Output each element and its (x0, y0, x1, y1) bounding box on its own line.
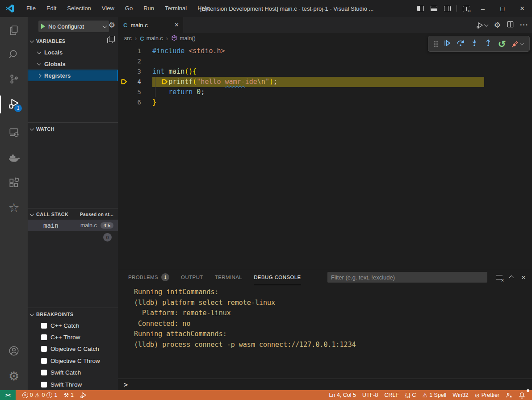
step-into-icon[interactable] (470, 39, 478, 49)
clear-console-icon[interactable] (496, 275, 503, 280)
minimize-button[interactable]: – (473, 0, 493, 17)
gutter-glyph-margin[interactable] (118, 97, 130, 108)
breakpoint-row[interactable]: Objective C Throw (28, 355, 118, 367)
gutter-glyph-margin[interactable] (118, 46, 130, 56)
disconnect-icon[interactable] (511, 40, 524, 48)
spell-checker-status[interactable]: ⚠ 1 Spell (419, 390, 449, 400)
favorites-star-icon[interactable]: ☆ (8, 202, 20, 214)
close-tab-icon[interactable]: × (175, 21, 179, 29)
close-button[interactable]: × (512, 0, 532, 17)
step-over-icon[interactable] (457, 39, 465, 49)
breadcrumb-folder[interactable]: src (124, 35, 132, 42)
maximize-panel-icon[interactable] (509, 275, 514, 280)
start-debug-icon[interactable] (41, 24, 45, 29)
code-line[interactable]: 6} (118, 97, 532, 108)
menu-item-view[interactable]: View (96, 0, 120, 17)
remote-explorer-icon[interactable] (8, 126, 20, 138)
breakpoint-row[interactable]: Swift Catch (28, 367, 118, 379)
gutter-glyph-margin[interactable] (118, 87, 130, 97)
code-line[interactable]: 3int main(){ (118, 67, 532, 77)
debug-settings-gear-icon[interactable]: ⚙ (109, 21, 115, 29)
watch-section-header[interactable]: WATCH (28, 124, 118, 134)
checkbox-unchecked[interactable] (41, 370, 47, 375)
variables-item-locals[interactable]: Locals (28, 46, 118, 58)
build-target[interactable]: Win32 (449, 390, 471, 400)
more-actions-icon[interactable]: ··· (520, 21, 528, 29)
feedback-icon[interactable] (503, 390, 515, 400)
menu-item-edit[interactable]: Edit (41, 0, 62, 17)
panel-tab-output[interactable]: OUTPUT (181, 269, 203, 285)
breadcrumb-file[interactable]: main.c (147, 35, 163, 42)
remote-indicator[interactable]: >< (0, 390, 16, 400)
panel-tab-problems[interactable]: PROBLEMS1 (128, 269, 169, 285)
tab-main-c[interactable]: C main.c × (118, 17, 183, 33)
split-editor-icon[interactable] (507, 21, 514, 29)
extensions-icon[interactable] (8, 177, 20, 189)
source-control-icon[interactable] (8, 73, 20, 85)
drag-handle-icon[interactable] (434, 41, 438, 47)
stack-frame-row[interactable]: main main.c 4:5 (28, 220, 118, 231)
search-icon[interactable] (8, 48, 20, 61)
close-panel-icon[interactable]: × (521, 274, 526, 281)
encoding-indicator[interactable]: UTF-8 (359, 390, 381, 400)
continue-icon[interactable] (444, 39, 451, 49)
code-line[interactable]: 5 return 0; (118, 87, 532, 97)
menu-item-run[interactable]: Run (138, 0, 159, 17)
checkbox-unchecked[interactable] (41, 346, 47, 352)
breadcrumb-symbol[interactable]: main() (180, 35, 195, 42)
breakpoint-row[interactable]: Objective C Catch (28, 343, 118, 355)
tools-status[interactable]: ⚒ 1 (60, 390, 77, 400)
checkbox-unchecked[interactable] (41, 358, 47, 364)
variables-item-globals[interactable]: Globals (28, 58, 118, 70)
toggle-sidebar-icon[interactable] (414, 0, 427, 17)
explorer-icon[interactable] (8, 24, 20, 37)
customize-layout-icon[interactable] (460, 0, 473, 17)
checkbox-unchecked[interactable] (41, 323, 47, 329)
breakpoint-row[interactable]: C++ Catch (28, 320, 118, 331)
debug-console-output: Running initCommands:(lldb) platform sel… (134, 287, 356, 350)
maximize-button[interactable]: ▢ (493, 0, 512, 17)
breakpoint-row[interactable]: Swift Throw (28, 379, 118, 390)
toggle-secondary-sidebar-icon[interactable] (440, 0, 454, 17)
checkbox-unchecked[interactable] (41, 334, 47, 340)
call-stack-section-header[interactable]: CALL STACK Paused on st... (28, 209, 118, 220)
menu-item-terminal[interactable]: Terminal (159, 0, 192, 17)
breakpoint-row[interactable]: C++ Throw (28, 331, 118, 343)
open-settings-icon[interactable]: ⚙ (494, 21, 501, 30)
code-line[interactable]: 2 (118, 56, 532, 67)
console-filter-input[interactable] (327, 272, 487, 283)
window-title: [Extension Development Host] main.c - te… (200, 5, 373, 12)
code-editor[interactable]: 1#include <stdio.h>23int main(){4 printf… (118, 44, 532, 269)
run-or-debug-icon[interactable] (476, 21, 488, 29)
active-view-indicator (0, 96, 1, 113)
gutter-glyph-margin[interactable] (118, 77, 130, 87)
copy-value-icon[interactable] (107, 38, 113, 43)
eol-indicator[interactable]: CRLF (381, 390, 402, 400)
variables-section-header[interactable]: VARIABLES (28, 36, 118, 46)
panel-tab-terminal[interactable]: TERMINAL (215, 269, 242, 285)
debug-status-icon[interactable] (77, 390, 90, 400)
gutter-glyph-margin[interactable] (118, 67, 130, 77)
console-prompt-icon[interactable]: > (124, 381, 128, 389)
docker-icon[interactable] (8, 152, 20, 164)
restart-icon[interactable]: ↺ (498, 39, 506, 49)
menu-item-go[interactable]: Go (120, 0, 138, 17)
settings-gear-icon[interactable]: ⚙ (8, 370, 20, 383)
cursor-position[interactable]: Ln 4, Col 5 (326, 390, 359, 400)
panel-tab-debug-console[interactable]: DEBUG CONSOLE (254, 269, 301, 285)
problems-status[interactable]: × 0 ⚠ 0 i 1 (19, 390, 61, 400)
menu-item-selection[interactable]: Selection (62, 0, 96, 17)
accounts-icon[interactable] (8, 345, 20, 357)
toggle-panel-icon[interactable] (427, 0, 440, 17)
gutter-glyph-margin[interactable] (118, 56, 130, 67)
checkbox-unchecked[interactable] (41, 382, 47, 388)
breakpoints-section-header[interactable]: BREAKPOINTS (28, 309, 118, 320)
variables-item-registers[interactable]: Registers (28, 70, 118, 81)
launch-configuration-dropdown[interactable]: No Configurat (38, 21, 109, 32)
code-line[interactable]: 4 printf("hello wamr-ide\n"); (118, 77, 532, 87)
language-mode[interactable]: { } C (402, 390, 419, 400)
menu-item-file[interactable]: File (21, 0, 41, 17)
notifications-bell-icon[interactable] (515, 390, 528, 400)
formatter-status[interactable]: ⊘ Prettier (472, 390, 503, 400)
step-out-icon[interactable] (484, 39, 492, 49)
